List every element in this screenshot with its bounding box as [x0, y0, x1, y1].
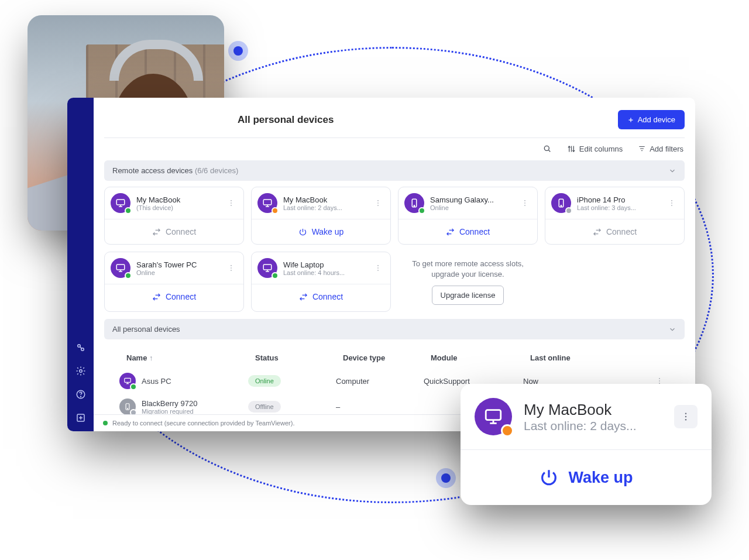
expand-icon[interactable]: [75, 413, 86, 423]
row-name: BlackBerry 9720: [142, 399, 197, 408]
chevron-down-icon: [668, 167, 676, 175]
search-icon[interactable]: [542, 144, 552, 153]
status-badge: Offline: [248, 401, 281, 413]
svg-point-13: [377, 202, 379, 204]
row-device-type: Computer: [336, 377, 424, 386]
col-last-online[interactable]: Last online: [530, 353, 653, 362]
device-card: Wife LaptopLast online: 4 hours...Connec…: [251, 252, 391, 312]
svg-point-27: [231, 267, 232, 269]
device-card: iPhone 14 ProLast online: 3 days...Conne…: [545, 187, 685, 245]
more-button[interactable]: [372, 262, 384, 274]
device-name: iPhone 14 Pro: [577, 195, 659, 204]
connect-button[interactable]: Connect: [252, 284, 390, 309]
page-header: All personal devices Add device: [104, 102, 685, 138]
edit-columns-label: Edit columns: [579, 145, 623, 153]
status-text: Ready to connect (secure connection prov…: [112, 420, 294, 427]
popup-device-name: My MacBook: [524, 401, 662, 419]
svg-point-34: [659, 378, 660, 379]
svg-point-2: [79, 370, 82, 373]
svg-point-19: [524, 205, 525, 206]
svg-rect-11: [263, 200, 272, 205]
connect-button[interactable]: Connect: [105, 284, 243, 309]
add-filters-button[interactable]: Add filters: [638, 145, 683, 153]
svg-point-30: [377, 265, 379, 266]
status-dot-icon: [125, 207, 132, 214]
svg-point-35: [659, 381, 660, 382]
more-button[interactable]: [674, 405, 698, 428]
all-devices-section-header[interactable]: All personal devices: [104, 319, 685, 339]
more-button[interactable]: [372, 197, 384, 209]
connect-button[interactable]: Connect: [545, 219, 684, 244]
svg-rect-7: [116, 200, 125, 205]
section-count: (6/6 devices): [195, 166, 238, 175]
status-dot-icon: [130, 383, 137, 390]
device-sub: (This device): [136, 204, 219, 211]
upgrade-license-button[interactable]: Upgrade license: [432, 286, 504, 305]
row-sub: Migration required: [142, 408, 197, 414]
col-name[interactable]: Name: [126, 353, 255, 362]
more-button[interactable]: [665, 197, 678, 209]
wakeup-label: Wake up: [568, 469, 633, 487]
device-icon: [475, 398, 512, 435]
svg-rect-29: [263, 264, 272, 270]
svg-rect-25: [116, 264, 125, 270]
svg-point-10: [231, 205, 232, 206]
device-card: Sarah's Tower PCOnlineConnect: [104, 252, 244, 312]
svg-point-4: [80, 396, 81, 397]
page-title: All personal devices: [238, 114, 334, 126]
svg-point-16: [414, 205, 415, 207]
col-status[interactable]: Status: [255, 353, 343, 362]
svg-point-8: [231, 200, 232, 201]
wakeup-button[interactable]: Wake up: [461, 449, 712, 505]
svg-point-6: [544, 146, 549, 150]
svg-point-18: [524, 202, 525, 204]
device-icon: [404, 193, 424, 213]
device-sub: Last online: 4 hours...: [283, 269, 366, 276]
help-icon[interactable]: [75, 389, 86, 400]
side-rail: [67, 98, 94, 431]
more-button[interactable]: [225, 197, 238, 209]
device-card: Samsung Galaxy...OnlineConnect: [398, 187, 538, 245]
svg-point-23: [671, 202, 672, 204]
section-title: Remote access devices: [112, 166, 193, 175]
rail-icon[interactable]: [75, 342, 86, 353]
oval-dot: [228, 41, 248, 61]
connect-button[interactable]: Connect: [105, 219, 243, 244]
col-device-type[interactable]: Device type: [343, 353, 431, 362]
device-sub: Online: [430, 204, 513, 211]
toolbar: Edit columns Add filters: [104, 138, 685, 159]
more-button[interactable]: [225, 262, 238, 274]
status-badge: Online: [248, 375, 281, 387]
device-name: Samsung Galaxy...: [430, 195, 513, 204]
svg-point-21: [561, 205, 562, 207]
device-icon: [119, 373, 136, 389]
svg-point-26: [231, 265, 232, 266]
svg-point-12: [377, 200, 379, 201]
svg-point-49: [685, 419, 687, 421]
svg-point-28: [231, 270, 232, 271]
svg-point-22: [671, 200, 672, 201]
gear-icon[interactable]: [75, 366, 86, 376]
status-dot-icon: [272, 272, 279, 279]
edit-columns-button[interactable]: Edit columns: [567, 145, 623, 153]
connect-button[interactable]: Connect: [398, 219, 537, 244]
app-window: All personal devices Add device Edit col…: [67, 98, 695, 431]
svg-point-47: [685, 413, 687, 414]
device-sub: Last online: 2 days...: [283, 204, 366, 211]
status-dot-icon: [565, 207, 572, 214]
device-icon: [551, 193, 571, 213]
row-name: Asus PC: [142, 377, 171, 386]
device-sub: Online: [136, 269, 219, 276]
col-module[interactable]: Module: [431, 353, 530, 362]
remote-devices-section-header[interactable]: Remote access devices (6/6 devices): [104, 160, 685, 181]
table-header: Name Status Device type Module Last onli…: [104, 345, 685, 368]
status-dot-icon: [272, 207, 279, 214]
add-device-button[interactable]: Add device: [618, 110, 685, 129]
more-button[interactable]: [518, 197, 531, 209]
device-card: My MacBookLast online: 2 days...Wake up: [251, 187, 391, 245]
device-name: My MacBook: [283, 195, 366, 204]
device-icon: [257, 193, 277, 213]
wakeup-button[interactable]: Wake up: [252, 219, 390, 244]
upgrade-card: To get more remote access slots, upgrade…: [398, 252, 538, 312]
oval-dot: [436, 468, 456, 488]
